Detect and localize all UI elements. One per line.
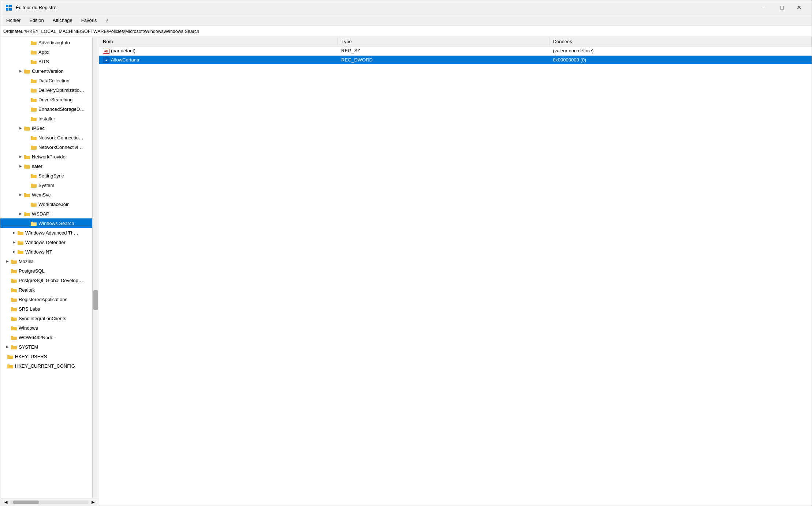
tree-item[interactable]: Realtek (0, 285, 99, 295)
vertical-scrollbar[interactable] (92, 37, 99, 498)
folder-icon (30, 135, 37, 140)
menu-fichier[interactable]: Fichier (3, 16, 24, 25)
menu-affichage[interactable]: Affichage (49, 16, 76, 25)
tree-item[interactable]: ▶WcmSvc (0, 190, 99, 199)
tree-item[interactable]: RegisteredApplications (0, 295, 99, 304)
tree-item[interactable]: System (0, 180, 99, 190)
close-button[interactable]: ✕ (790, 2, 807, 14)
scroll-right-btn[interactable]: ▶ (89, 500, 97, 505)
col-donnees[interactable]: Données (549, 37, 811, 46)
tree-item[interactable]: SRS Labs (0, 304, 99, 314)
tree-item-label: SYSTEM (19, 344, 91, 350)
tree-item-label: DriverSearching (38, 97, 91, 102)
table-row[interactable]: ab(par défaut)REG_SZ(valeur non définie) (99, 46, 812, 56)
menu-edition[interactable]: Edition (26, 16, 48, 25)
tree-item[interactable]: ▶Windows Advanced Th… (0, 228, 99, 237)
folder-icon (11, 296, 17, 302)
maximize-button[interactable]: □ (774, 2, 790, 14)
tree-item[interactable]: ▶Windows Defender (0, 237, 99, 247)
tree-item[interactable]: SyncIntegrationClients (0, 314, 99, 323)
scroll-left-btn[interactable]: ◀ (1, 500, 10, 505)
tree-item[interactable]: DataCollection (0, 76, 99, 85)
tree-expander[interactable]: ▶ (11, 250, 17, 254)
tree-item[interactable]: HKEY_USERS (0, 352, 99, 361)
tree-item[interactable]: ▶WSDAPI (0, 209, 99, 218)
tree-expander[interactable]: ▶ (11, 231, 17, 235)
svg-rect-9 (31, 61, 37, 64)
tree-expander[interactable]: ▶ (4, 259, 11, 263)
tree-expander[interactable]: ▶ (11, 240, 17, 244)
tree-expander[interactable]: ▶ (17, 212, 24, 215)
tree-item[interactable]: Windows (0, 323, 99, 333)
tree-expander[interactable]: ▶ (17, 69, 24, 73)
tree-item[interactable]: Windows Search (0, 218, 99, 228)
tree-item[interactable]: PostgreSQL Global Develop… (0, 276, 99, 285)
tree-item[interactable]: ▶Mozilla (0, 256, 99, 266)
tree-expander[interactable]: ▶ (17, 126, 24, 130)
folder-icon (11, 306, 17, 312)
folder-icon (30, 87, 37, 93)
tree-item[interactable]: DriverSearching (0, 95, 99, 104)
tree-expander[interactable]: ▶ (17, 164, 24, 168)
svg-rect-55 (11, 280, 17, 283)
tree-item-label: Windows Search (38, 221, 91, 226)
tree-pane[interactable]: AdvertisingInfoAppxBITS▶CurrentVersionDa… (0, 37, 99, 506)
tree-expander[interactable]: ▶ (4, 345, 11, 349)
tree-item[interactable]: NetworkConnectivi… (0, 142, 99, 152)
address-bar-path: Ordinateur\HKEY_LOCAL_MACHINE\SOFTWARE\P… (3, 29, 199, 34)
tree-item[interactable]: ▶CurrentVersion (0, 66, 99, 76)
h-scrollbar-track[interactable] (10, 501, 89, 504)
tree-item[interactable]: HKEY_CURRENT_CONFIG (0, 361, 99, 371)
col-type[interactable]: Type (338, 37, 549, 46)
cell-nom: ■AllowCortana (99, 55, 338, 64)
folder-icon (7, 363, 14, 369)
cell-donnees: 0x00000000 (0) (549, 55, 811, 64)
tree-item[interactable]: ▶NetworkProvider (0, 152, 99, 161)
window-title: Éditeur du Registre (16, 5, 757, 10)
tree-item-label: Realtek (19, 287, 91, 293)
tree-item[interactable]: WOW6432Node (0, 333, 99, 342)
menu-aide[interactable]: ? (102, 16, 112, 25)
tree-item[interactable]: Appx (0, 47, 99, 57)
tree-item-label: System (38, 183, 91, 188)
tree-item[interactable]: Installer (0, 114, 99, 123)
table-row[interactable]: ■AllowCortanaREG_DWORD0x00000000 (0) (99, 55, 812, 64)
tree-item-label: Appx (38, 49, 91, 55)
svg-rect-31 (24, 165, 30, 169)
tree-item-label: AdvertisingInfo (38, 40, 91, 45)
menu-favoris[interactable]: Favoris (78, 16, 101, 25)
tree-item[interactable]: ▶SYSTEM (0, 342, 99, 352)
svg-rect-71 (7, 356, 13, 359)
registry-table: Nom Type Données ab(par défaut)REG_SZ(va… (99, 37, 812, 64)
tree-item[interactable]: ▶IPSec (0, 123, 99, 133)
tree-item[interactable]: PostgreSQL (0, 266, 99, 276)
folder-icon (30, 97, 37, 102)
folder-icon (24, 192, 30, 198)
svg-rect-25 (31, 137, 37, 140)
vertical-scrollbar-thumb[interactable] (93, 290, 98, 310)
tree-item[interactable]: ▶safer (0, 161, 99, 171)
svg-rect-0 (6, 5, 8, 7)
col-nom[interactable]: Nom (99, 37, 338, 46)
minimize-button[interactable]: – (757, 2, 774, 14)
tree-expander[interactable]: ▶ (17, 155, 24, 158)
tree-item[interactable]: ▶Windows NT (0, 247, 99, 256)
svg-rect-2 (6, 8, 8, 11)
tree-item-label: DataCollection (38, 78, 91, 83)
h-scrollbar-thumb[interactable] (13, 501, 39, 504)
tree-item-label: CurrentVersion (32, 68, 91, 74)
tree-item[interactable]: WorkplaceJoin (0, 199, 99, 209)
data-pane: Nom Type Données ab(par défaut)REG_SZ(va… (99, 37, 812, 506)
tree-item[interactable]: AdvertisingInfo (0, 38, 99, 47)
tree-item[interactable]: Network Connectio… (0, 133, 99, 142)
tree-item-label: Windows (19, 325, 91, 331)
tree-item[interactable]: BITS (0, 57, 99, 66)
tree-item[interactable]: DeliveryOptimizatio… (0, 85, 99, 95)
tree-expander[interactable]: ▶ (17, 193, 24, 196)
tree-item[interactable]: EnhancedStorageD… (0, 104, 99, 114)
folder-icon (30, 116, 37, 121)
horizontal-scrollbar[interactable]: ◀ ▶ (0, 498, 99, 506)
tree-item[interactable]: SettingSync (0, 171, 99, 180)
tree-item-label: HKEY_CURRENT_CONFIG (15, 363, 91, 369)
tree-item-label: Windows NT (25, 249, 91, 255)
